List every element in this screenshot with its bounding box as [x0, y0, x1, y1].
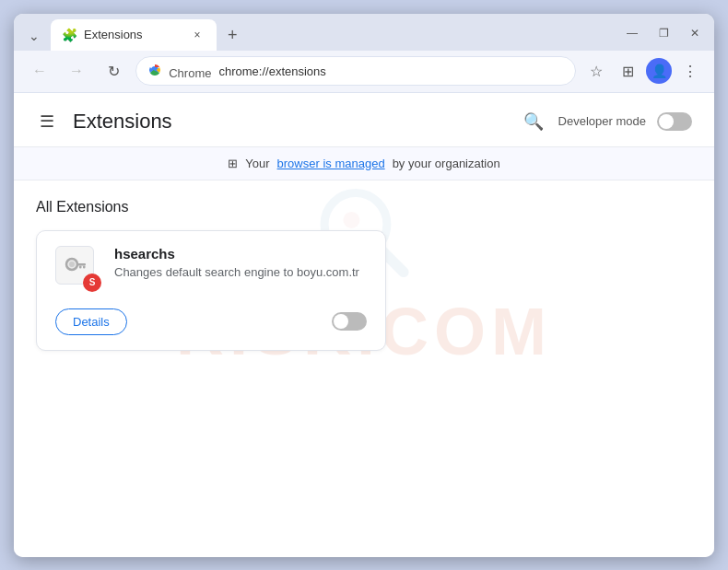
- tab-title: Extensions: [84, 28, 182, 41]
- profile-button[interactable]: 👤: [646, 58, 672, 84]
- managed-icon: ⊞: [228, 157, 238, 170]
- extension-name: hsearchs: [114, 246, 367, 262]
- extension-description: Changes default search engine to boyu.co…: [114, 265, 367, 279]
- extensions-header-right: 🔍 Developer mode: [520, 108, 692, 135]
- developer-mode-label: Developer mode: [558, 114, 646, 128]
- tab-favicon: 🧩: [62, 28, 76, 42]
- active-tab[interactable]: 🧩 Extensions ×: [51, 19, 217, 51]
- svg-rect-7: [83, 265, 86, 268]
- tab-close-button[interactable]: ×: [189, 27, 205, 43]
- svg-rect-6: [76, 263, 86, 266]
- extension-icon-wrapper: S: [55, 246, 100, 290]
- key-icon: [62, 252, 88, 278]
- chrome-brand-label: Chrome: [147, 63, 211, 80]
- hamburger-menu-button[interactable]: ☰: [36, 108, 58, 135]
- extensions-body: RISK.COM All Extensions: [14, 180, 714, 369]
- nav-actions: ☆ ⊞ 👤 ⋮: [583, 58, 703, 84]
- page-title: Extensions: [73, 110, 172, 134]
- developer-mode-toggle[interactable]: [657, 112, 692, 131]
- forward-button[interactable]: →: [62, 56, 91, 86]
- extensions-header: ☰ Extensions 🔍 Developer mode: [14, 93, 714, 147]
- badge-icon: S: [89, 277, 96, 287]
- managed-notice: ⊞ Your browser is managed by your organi…: [14, 147, 714, 180]
- svg-rect-8: [79, 265, 82, 268]
- page-content: ☰ Extensions 🔍 Developer mode ⊞ Your bro…: [14, 93, 714, 557]
- extension-card-bottom: Details: [55, 308, 367, 335]
- extensions-button[interactable]: ⊞: [615, 58, 640, 84]
- browser-window: ⌄ 🧩 Extensions × + — ❐ ✕ ← → ↻: [14, 14, 714, 557]
- close-button[interactable]: ✕: [683, 21, 707, 45]
- extension-info: hsearchs Changes default search engine t…: [114, 246, 367, 279]
- extension-card: S hsearchs Changes default search engine…: [36, 230, 386, 351]
- address-bar[interactable]: Chrome chrome://extensions: [135, 56, 576, 86]
- title-bar: ⌄ 🧩 Extensions × + — ❐ ✕: [14, 14, 714, 51]
- address-text: chrome://extensions: [218, 64, 564, 78]
- extensions-page: ☰ Extensions 🔍 Developer mode ⊞ Your bro…: [14, 93, 714, 557]
- minimize-button[interactable]: —: [620, 21, 644, 45]
- back-button[interactable]: ←: [25, 56, 54, 86]
- chrome-text: Chrome: [169, 66, 211, 80]
- chrome-logo-icon: [147, 63, 162, 77]
- extension-badge: S: [83, 273, 101, 292]
- extension-card-top: S hsearchs Changes default search engine…: [55, 246, 367, 290]
- reload-button[interactable]: ↻: [99, 56, 128, 86]
- chrome-menu-button[interactable]: ⋮: [677, 58, 703, 84]
- tab-strip: ⌄ 🧩 Extensions × +: [21, 19, 616, 51]
- managed-text-suffix: by your organization: [393, 157, 500, 170]
- new-tab-button[interactable]: +: [220, 21, 245, 51]
- tab-list-button[interactable]: ⌄: [21, 21, 47, 51]
- svg-point-5: [69, 262, 75, 267]
- extension-toggle[interactable]: [332, 312, 367, 331]
- bookmark-button[interactable]: ☆: [583, 58, 609, 84]
- managed-link[interactable]: browser is managed: [277, 157, 385, 170]
- details-button[interactable]: Details: [55, 308, 127, 335]
- nav-bar: ← → ↻ Chrome chrome://extensions ☆ ⊞ 👤 ⋮: [14, 51, 714, 93]
- extensions-header-left: ☰ Extensions: [36, 108, 172, 135]
- window-controls: — ❐ ✕: [620, 21, 707, 51]
- managed-text-prefix: Your: [245, 157, 269, 170]
- maximize-button[interactable]: ❐: [652, 21, 675, 45]
- section-title: All Extensions: [36, 199, 692, 215]
- search-button[interactable]: 🔍: [520, 108, 547, 135]
